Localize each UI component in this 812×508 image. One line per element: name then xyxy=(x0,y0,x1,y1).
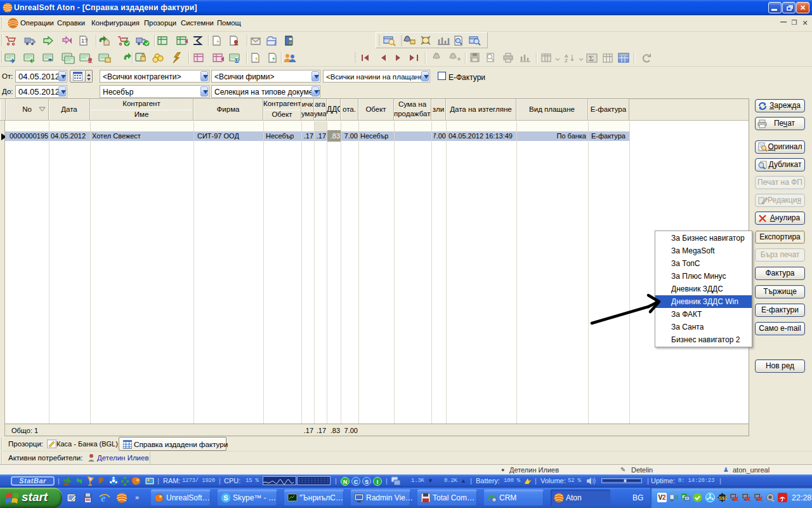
svg-text:Σ: Σ xyxy=(235,57,239,64)
svg-text:e: e xyxy=(101,492,106,504)
svg-text:S: S xyxy=(223,494,228,502)
svg-text:Σ: Σ xyxy=(589,54,594,63)
svg-text:1?: 1? xyxy=(81,37,88,44)
svg-text:S$S: S$S xyxy=(719,495,727,501)
svg-text:Z: Z xyxy=(565,58,568,64)
